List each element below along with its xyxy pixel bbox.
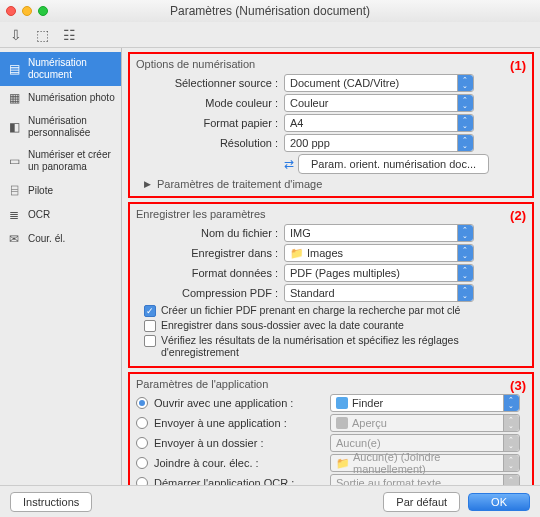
sidebar-item-panorama[interactable]: ▭ Numériser et créer un panorama	[0, 144, 121, 178]
sidebar-item-doc-scan[interactable]: ▤ Numérisation document	[0, 52, 121, 86]
source-label: Sélectionner source :	[136, 77, 284, 89]
verify-results-checkbox[interactable]	[144, 335, 156, 347]
titlebar: Paramètres (Numérisation document)	[0, 0, 540, 22]
content-area: (1) Options de numérisation Sélectionner…	[122, 48, 540, 485]
scan-from-device-icon[interactable]: ⬚	[36, 27, 49, 43]
sidebar: ▤ Numérisation document ▦ Numérisation p…	[0, 48, 122, 485]
subfolder-date-checkbox[interactable]	[144, 320, 156, 332]
image-processing-disclosure[interactable]: ▶ Paramètres de traitement d'image	[144, 178, 526, 190]
preview-icon	[336, 417, 348, 429]
chevron-updown-icon	[457, 115, 473, 131]
source-select[interactable]: Document (CAD/Vitre)	[284, 74, 474, 92]
mail-icon: ✉	[6, 232, 22, 246]
compression-label: Compression PDF :	[136, 287, 284, 299]
send-to-app-radio[interactable]	[136, 417, 148, 429]
compression-select[interactable]: Standard	[284, 284, 474, 302]
chevron-updown-icon	[457, 95, 473, 111]
ok-button[interactable]: OK	[468, 493, 530, 511]
section-marker-1: (1)	[510, 58, 526, 73]
sidebar-item-ocr[interactable]: ≣ OCR	[0, 203, 121, 227]
filename-label: Nom du fichier :	[136, 227, 284, 239]
start-ocr-radio[interactable]	[136, 477, 148, 485]
scan-options-section: (1) Options de numérisation Sélectionner…	[128, 52, 534, 198]
radio-label: Démarrer l'application OCR :	[154, 477, 324, 485]
color-mode-select[interactable]: Couleur	[284, 94, 474, 112]
radio-label: Joindre à cour. élec. :	[154, 457, 324, 469]
send-to-folder-radio[interactable]	[136, 437, 148, 449]
folder-icon: 📁	[290, 247, 304, 260]
chevron-updown-icon	[457, 285, 473, 301]
custom-icon: ◧	[6, 120, 22, 134]
chevron-updown-icon	[503, 395, 519, 411]
finder-icon	[336, 397, 348, 409]
save-settings-section: (2) Enregistrer les paramètres Nom du fi…	[128, 202, 534, 368]
swap-icon: ⇄	[284, 157, 294, 171]
settings-window: Paramètres (Numérisation document) ⇩ ⬚ ☷…	[0, 0, 540, 517]
sidebar-item-label: Pilote	[28, 185, 53, 197]
searchable-pdf-checkbox[interactable]: ✓	[144, 305, 156, 317]
open-with-app-radio[interactable]	[136, 397, 148, 409]
sidebar-item-label: Cour. él.	[28, 233, 65, 245]
section-marker-2: (2)	[510, 208, 526, 223]
attach-email-select[interactable]: 📁 Aucun(e) (Joindre manuellement)	[330, 454, 520, 472]
chevron-updown-icon	[503, 455, 519, 471]
sidebar-item-label: Numérisation photo	[28, 92, 115, 104]
sidebar-item-label: Numériser et créer un panorama	[28, 149, 115, 173]
filename-combo[interactable]: IMG	[284, 224, 474, 242]
sidebar-item-label: Numérisation document	[28, 57, 115, 81]
window-title: Paramètres (Numérisation document)	[0, 4, 540, 18]
defaults-button[interactable]: Par défaut	[383, 492, 460, 512]
resolution-label: Résolution :	[136, 137, 284, 149]
toolbar: ⇩ ⬚ ☷	[0, 22, 540, 48]
folder-icon: 📁	[336, 457, 350, 470]
chevron-updown-icon	[457, 75, 473, 91]
orientation-settings-button[interactable]: Param. orient. numérisation doc...	[298, 154, 489, 174]
sidebar-item-label: OCR	[28, 209, 50, 221]
sidebar-item-custom-scan[interactable]: ◧ Numérisation personnalisée	[0, 110, 121, 144]
radio-label: Envoyer à une application :	[154, 417, 324, 429]
attach-email-radio[interactable]	[136, 457, 148, 469]
send-to-folder-select[interactable]: Aucun(e)	[330, 434, 520, 452]
photo-icon: ▦	[6, 91, 22, 105]
section-title: Enregistrer les paramètres	[136, 208, 526, 220]
color-mode-label: Mode couleur :	[136, 97, 284, 109]
section-marker-3: (3)	[510, 378, 526, 393]
checkbox-label: Vérifiez les résultats de la numérisatio…	[161, 334, 526, 358]
savein-label: Enregistrer dans :	[136, 247, 284, 259]
chevron-updown-icon	[503, 415, 519, 431]
scan-to-pc-icon[interactable]: ⇩	[10, 27, 22, 43]
start-ocr-select[interactable]: Sortie au format texte	[330, 474, 520, 485]
chevron-updown-icon	[503, 475, 519, 485]
triangle-right-icon: ▶	[144, 179, 151, 189]
radio-label: Envoyer à un dossier :	[154, 437, 324, 449]
checkbox-label: Créer un fichier PDF prenant en charge l…	[161, 304, 460, 316]
resolution-select[interactable]: 200 ppp	[284, 134, 474, 152]
sidebar-item-email[interactable]: ✉ Cour. él.	[0, 227, 121, 251]
savein-select[interactable]: 📁 Images	[284, 244, 474, 262]
format-label: Format données :	[136, 267, 284, 279]
instructions-button[interactable]: Instructions	[10, 492, 92, 512]
settings-icon[interactable]: ☷	[63, 27, 76, 43]
driver-icon: ⌸	[6, 183, 22, 197]
section-title: Options de numérisation	[136, 58, 526, 70]
sidebar-item-photo-scan[interactable]: ▦ Numérisation photo	[0, 86, 121, 110]
open-with-select[interactable]: Finder	[330, 394, 520, 412]
radio-label: Ouvrir avec une application :	[154, 397, 324, 409]
footer: Instructions Par défaut OK	[0, 485, 540, 517]
checkbox-label: Enregistrer dans sous-dossier avec la da…	[161, 319, 404, 331]
paper-size-label: Format papier :	[136, 117, 284, 129]
sidebar-item-label: Numérisation personnalisée	[28, 115, 115, 139]
sidebar-item-driver[interactable]: ⌸ Pilote	[0, 178, 121, 202]
send-to-app-select[interactable]: Aperçu	[330, 414, 520, 432]
chevron-updown-icon	[457, 265, 473, 281]
chevron-updown-icon	[503, 435, 519, 451]
format-select[interactable]: PDF (Pages multiples)	[284, 264, 474, 282]
document-icon: ▤	[6, 62, 22, 76]
app-settings-section: (3) Paramètres de l'application Ouvrir a…	[128, 372, 534, 485]
ocr-icon: ≣	[6, 208, 22, 222]
chevron-updown-icon	[457, 245, 473, 261]
paper-size-select[interactable]: A4	[284, 114, 474, 132]
panorama-icon: ▭	[6, 154, 22, 168]
chevron-updown-icon	[457, 225, 473, 241]
section-title: Paramètres de l'application	[136, 378, 526, 390]
